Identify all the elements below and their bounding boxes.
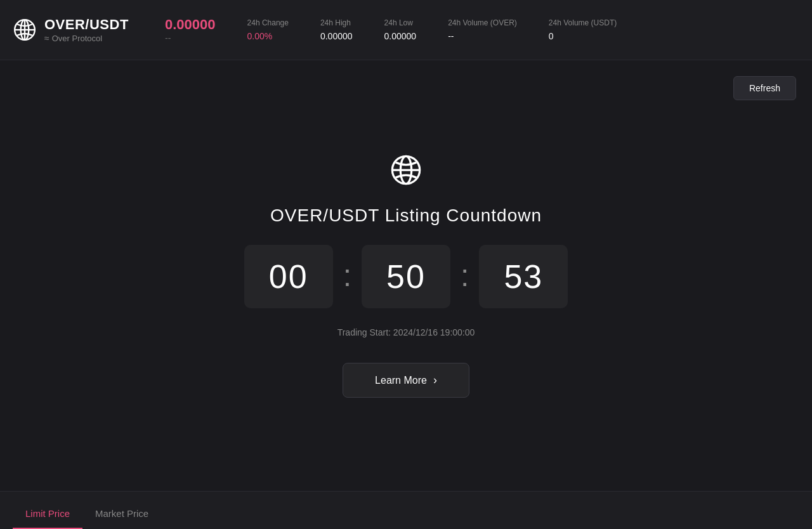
price-section: 0.00000 --	[165, 16, 216, 43]
hours-value: 00	[269, 258, 308, 296]
stat-high: 24h High 0.00000	[320, 18, 353, 41]
seconds-block: 53	[479, 245, 568, 308]
pair-protocol: Over Protocol	[44, 33, 129, 43]
pair-info: OVER/USDT Over Protocol	[13, 16, 140, 43]
tab-limit-price[interactable]: Limit Price	[13, 499, 82, 529]
globe-icon-large	[390, 153, 422, 186]
globe-icon	[13, 18, 37, 42]
stat-volume-over: 24h Volume (OVER) --	[448, 18, 517, 41]
high-value: 0.00000	[320, 31, 353, 41]
separator-1: :	[343, 258, 351, 293]
separator-2: :	[461, 258, 469, 293]
hours-block: 00	[244, 245, 333, 308]
minutes-value: 50	[386, 258, 426, 296]
countdown-display: 00 : 50 : 53	[244, 245, 568, 308]
pair-name: OVER/USDT	[44, 16, 129, 33]
low-label: 24h Low	[384, 18, 417, 27]
listing-title: OVER/USDT Listing Countdown	[270, 206, 542, 226]
stat-low: 24h Low 0.00000	[384, 18, 417, 41]
trading-start: Trading Start: 2024/12/16 19:00:00	[337, 327, 475, 337]
volume-over-label: 24h Volume (OVER)	[448, 18, 517, 27]
chevron-right-icon: ›	[433, 374, 437, 387]
minutes-block: 50	[362, 245, 450, 308]
change-label: 24h Change	[247, 18, 289, 27]
bottom-tabs: Limit Price Market Price	[0, 491, 812, 529]
countdown-container: OVER/USDT Listing Countdown 00 : 50 : 53…	[244, 153, 568, 398]
learn-more-label: Learn More	[375, 375, 427, 386]
change-percent: 0.00%	[247, 31, 289, 41]
refresh-button[interactable]: Refresh	[733, 76, 796, 100]
header-bar: OVER/USDT Over Protocol 0.00000 -- 24h C…	[0, 0, 812, 60]
low-value: 0.00000	[384, 31, 417, 41]
stats-group: 24h Change 0.00% 24h High 0.00000 24h Lo…	[247, 18, 617, 41]
volume-usdt-label: 24h Volume (USDT)	[549, 18, 617, 27]
main-content: Refresh OVER/USDT Listing Countdown 00 :…	[0, 60, 812, 491]
volume-over-value: --	[448, 31, 517, 41]
price-dash: --	[165, 33, 216, 43]
high-label: 24h High	[320, 18, 353, 27]
learn-more-button[interactable]: Learn More ›	[343, 363, 469, 398]
current-price: 0.00000	[165, 16, 216, 33]
stat-change: 24h Change 0.00%	[247, 18, 289, 41]
tab-market-price[interactable]: Market Price	[82, 499, 161, 529]
seconds-value: 53	[504, 258, 543, 296]
stat-volume-usdt: 24h Volume (USDT) 0	[549, 18, 617, 41]
volume-usdt-value: 0	[549, 31, 617, 41]
pair-text: OVER/USDT Over Protocol	[44, 16, 129, 43]
